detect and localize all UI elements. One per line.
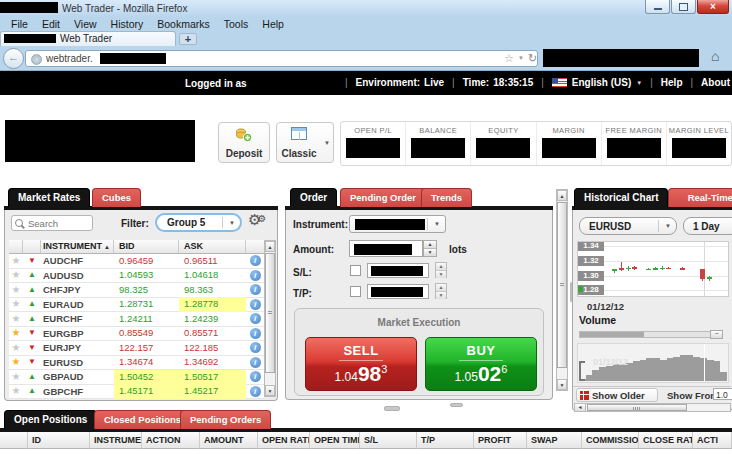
- range-bracket-handle[interactable]: [579, 361, 585, 381]
- tab-order[interactable]: Order: [290, 188, 337, 207]
- sell-button[interactable]: SELL 1.04983: [305, 337, 417, 391]
- positions-column-header[interactable]: [0, 432, 28, 449]
- info-icon[interactable]: [246, 284, 264, 295]
- restore-button[interactable]: [671, 0, 696, 14]
- menu-item-file[interactable]: File: [4, 18, 35, 30]
- about-link[interactable]: About: [701, 77, 730, 88]
- table-row[interactable]: ★▲EURCHF1.242111.24239: [9, 312, 264, 327]
- sl-input[interactable]: [367, 263, 429, 278]
- tp-stepper[interactable]: ▲ ▼: [435, 283, 447, 299]
- show-from-input[interactable]: 1.0: [713, 388, 732, 400]
- info-icon[interactable]: [246, 299, 264, 310]
- search-field[interactable]: [11, 215, 93, 231]
- info-icon[interactable]: [246, 386, 264, 397]
- tab-historical-chart[interactable]: Historical Chart: [574, 188, 668, 207]
- table-row[interactable]: ★▲CHFJPY98.32598.363: [9, 283, 264, 298]
- positions-column-header[interactable]: INSTRUMENT: [90, 432, 142, 449]
- positions-column-header[interactable]: PROFIT: [474, 432, 527, 449]
- scrollbar-thumb[interactable]: [265, 253, 275, 373]
- new-tab-button[interactable]: +: [179, 33, 197, 45]
- layout-dropdown-button[interactable]: ▼: [321, 122, 334, 163]
- order-panel-scrollbar[interactable]: ▲ ▼: [556, 189, 568, 391]
- positions-column-header[interactable]: OPEN RATE: [258, 432, 310, 449]
- info-icon[interactable]: [246, 270, 264, 281]
- favorite-star-icon[interactable]: ★: [9, 326, 23, 340]
- favorite-star-icon[interactable]: ★: [9, 283, 23, 297]
- scroll-down-button[interactable]: ▼: [265, 385, 275, 396]
- buy-button[interactable]: BUY 1.05026: [425, 337, 537, 391]
- positions-column-header[interactable]: ACTI: [693, 432, 732, 449]
- menu-item-tools[interactable]: Tools: [217, 18, 256, 30]
- url-bar[interactable]: webtrader. ☆ ▼ ↻: [25, 50, 538, 67]
- ask-column-header[interactable]: ASK: [179, 240, 246, 254]
- window-titlebar[interactable]: Web Trader - Mozilla Firefox ×: [0, 0, 732, 17]
- close-button[interactable]: ×: [697, 0, 729, 14]
- settings-gear-icon[interactable]: ⚙⚙: [248, 211, 266, 229]
- redacted-search-box[interactable]: [543, 49, 699, 67]
- market-rates-scrollbar[interactable]: ▲ ▼: [264, 240, 276, 397]
- tab-pending-orders[interactable]: Pending Orders: [180, 410, 271, 429]
- reload-icon[interactable]: ↻: [528, 52, 537, 65]
- favorite-star-icon[interactable]: ★: [9, 355, 23, 369]
- step-down-icon[interactable]: ▼: [436, 271, 446, 278]
- positions-column-header[interactable]: CLOSE RATE: [639, 432, 693, 449]
- table-row[interactable]: ★▲GBPCHF1.451711.45217: [9, 385, 264, 400]
- bookmark-star-icon[interactable]: ☆: [504, 52, 514, 65]
- table-row[interactable]: ★▼AUDCHF0.964590.96511: [9, 254, 264, 269]
- favorite-star-icon[interactable]: ★: [9, 312, 23, 326]
- info-icon[interactable]: [246, 313, 264, 324]
- positions-column-header[interactable]: T/P: [417, 432, 474, 449]
- info-icon[interactable]: [246, 328, 264, 339]
- menu-item-edit[interactable]: Edit: [35, 18, 67, 30]
- tab-realtime-chart[interactable]: Real-Time Chart: [668, 188, 732, 207]
- instrument-column-header[interactable]: INSTRUMENT▲: [41, 240, 114, 254]
- info-icon[interactable]: [246, 342, 264, 353]
- tab-pending-order[interactable]: Pending Order: [340, 188, 426, 207]
- volume-chart[interactable]: 01/12/12: [577, 343, 729, 383]
- step-down-icon[interactable]: ▼: [436, 292, 446, 299]
- step-up-icon[interactable]: ▲: [436, 263, 446, 271]
- info-icon[interactable]: [246, 255, 264, 266]
- scrollbar-thumb[interactable]: [557, 202, 567, 368]
- positions-column-header[interactable]: AMOUNT: [200, 432, 258, 449]
- search-input[interactable]: [26, 217, 92, 230]
- language-dropdown-icon[interactable]: ▼: [636, 80, 642, 86]
- positions-column-header[interactable]: OPEN TIME: [310, 432, 360, 449]
- table-row[interactable]: ★▲GBPAUD1.504521.50517: [9, 370, 264, 385]
- positions-column-header[interactable]: ID: [28, 432, 90, 449]
- tp-input[interactable]: [367, 284, 429, 299]
- tab-closed-positions[interactable]: Closed Positions: [94, 410, 191, 429]
- minimize-button[interactable]: [645, 0, 670, 14]
- layout-classic-button[interactable]: Classic: [276, 122, 322, 163]
- table-row[interactable]: ★▲EURAUD1.287311.28778: [9, 298, 264, 313]
- home-icon[interactable]: ⌂: [711, 48, 719, 64]
- sl-checkbox[interactable]: [350, 265, 361, 276]
- menu-item-history[interactable]: History: [104, 18, 151, 30]
- amount-stepper[interactable]: ▲ ▼: [423, 240, 437, 257]
- deposit-button[interactable]: Deposit: [218, 122, 270, 163]
- positions-column-header[interactable]: S/L: [360, 432, 417, 449]
- table-row[interactable]: ★▼EURUSD1.346741.34692: [9, 356, 264, 371]
- table-row[interactable]: ★▲AUDUSD1.045931.04618: [9, 269, 264, 284]
- table-row[interactable]: ★▼EURGBP0.855490.85571: [9, 327, 264, 342]
- favorite-star-icon[interactable]: ★: [9, 341, 23, 355]
- scrollbar-thumb[interactable]: [587, 404, 687, 411]
- instrument-select[interactable]: ▼: [349, 215, 446, 233]
- period-select[interactable]: 1 Day: [683, 217, 732, 235]
- help-link[interactable]: Help: [661, 77, 683, 88]
- scroll-up-button[interactable]: ▲: [557, 190, 567, 201]
- positions-column-header[interactable]: ACTION: [142, 432, 200, 449]
- favorite-star-icon[interactable]: ★: [9, 370, 23, 384]
- scroll-left-button[interactable]: ◄: [575, 404, 586, 411]
- range-collapse-handle[interactable]: −: [710, 330, 723, 339]
- horizontal-splitter-handle[interactable]: [450, 403, 463, 407]
- language-selector[interactable]: English (US): [572, 77, 631, 88]
- step-up-icon[interactable]: ▲: [436, 284, 446, 292]
- tab-market-rates[interactable]: Market Rates: [8, 188, 90, 207]
- tp-checkbox[interactable]: [350, 286, 361, 297]
- scroll-up-button[interactable]: ▲: [265, 241, 275, 252]
- step-up-icon[interactable]: ▲: [424, 241, 436, 249]
- amount-input[interactable]: [349, 240, 423, 257]
- favorite-star-icon[interactable]: ★: [9, 254, 23, 268]
- bid-column-header[interactable]: BID: [114, 240, 179, 254]
